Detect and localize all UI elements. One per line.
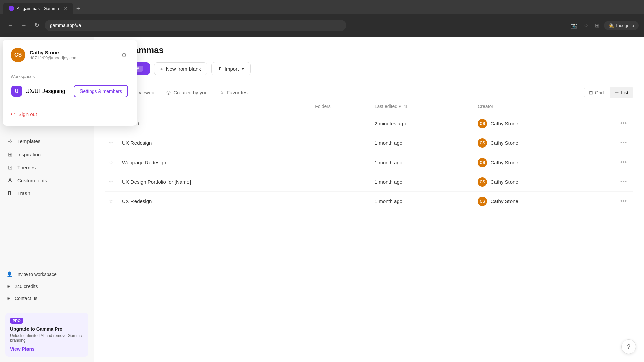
col-title-header[interactable]: Title ↕ <box>118 99 311 114</box>
star-cell: ☆ <box>105 133 118 153</box>
import-chevron-icon: ▾ <box>241 66 244 72</box>
refresh-button[interactable]: ↻ <box>32 20 41 31</box>
grid-icon: ⊞ <box>589 90 593 95</box>
table-row[interactable]: ☆ Webpage Redesign 1 month ago CS Cathy … <box>105 153 633 172</box>
tab-close-button[interactable]: ✕ <box>64 6 68 11</box>
col-last-edited-header[interactable]: Last edited ▾ ⇅ <box>371 99 474 114</box>
new-blank-label: New from blank <box>166 66 201 72</box>
gammas-table: Title ↕ Folders Last edited ▾ ⇅ <box>105 99 633 211</box>
address-bar[interactable] <box>45 20 346 31</box>
star-cell: ☆ <box>105 153 118 172</box>
new-tab-button[interactable]: + <box>74 4 83 14</box>
creator-cell: CS Cathy Stone ••• <box>474 192 633 211</box>
sidebar-item-trash[interactable]: 🗑 Trash <box>3 187 91 199</box>
dropdown-workspace-name: UX/UI Designing <box>25 88 65 94</box>
sidebar-extras: 👤 Invite to workspace ⊞ 240 credits ⊞ Co… <box>0 265 94 307</box>
title-cell: UX Redesign <box>118 133 311 153</box>
dropdown-divider-1 <box>8 69 131 69</box>
title-cell: Untitled <box>118 114 311 133</box>
table-row[interactable]: ☆ UX Redesign 1 month ago CS Cathy Stone… <box>105 133 633 153</box>
forward-button[interactable]: → <box>19 20 29 31</box>
dropdown-divider-2 <box>8 104 131 104</box>
sidebar-item-inspiration[interactable]: ⊞ Inspiration <box>3 148 91 161</box>
themes-icon: ⊡ <box>7 164 13 171</box>
creator-cell: CS Cathy Stone ••• <box>474 114 633 133</box>
sidebar-item-templates[interactable]: ⊹ Templates <box>3 135 91 148</box>
star-button[interactable]: ☆ <box>109 198 113 204</box>
creator-name: Cathy Stone <box>490 179 518 185</box>
incognito-icon: 🕵 <box>609 23 614 28</box>
favorites-icon: ☆ <box>220 89 224 95</box>
last-edited-cell: 1 month ago <box>371 172 474 192</box>
tab-title: All gammas - Gamma <box>17 6 59 11</box>
tab-created-by-you[interactable]: ◎ Created by you <box>161 86 213 99</box>
list-label: List <box>621 90 628 95</box>
active-tab[interactable]: All gammas - Gamma ✕ <box>3 3 73 14</box>
more-options-button[interactable]: ••• <box>618 138 629 148</box>
table-row[interactable]: ☆ Untitled 2 minutes ago CS Cathy Stone … <box>105 114 633 133</box>
trash-icon: 🗑 <box>7 190 13 196</box>
upgrade-box: PRO Upgrade to Gamma Pro Unlock unlimite… <box>5 313 88 357</box>
last-edited-cell: 2 minutes ago <box>371 114 474 133</box>
dropdown-user-section: CS Cathy Stone d871fe09@moodjoy.com ⚙ <box>8 45 131 65</box>
creator-avatar: CS <box>478 197 487 206</box>
folders-cell <box>311 133 370 153</box>
contact-us-button[interactable]: ⊞ Contact us <box>3 292 91 304</box>
folders-cell <box>311 172 370 192</box>
sign-out-button[interactable]: ↩ Sign out <box>8 108 131 120</box>
camera-off-icon[interactable]: 📷 <box>568 20 579 31</box>
favorites-label: Favorites <box>227 89 248 95</box>
row-title: UX Design Portfolio for [Name] <box>122 179 191 185</box>
view-plans-link[interactable]: View Plans <box>10 346 35 352</box>
title-cell: Webpage Redesign <box>118 153 311 172</box>
new-from-blank-button[interactable]: + New from blank <box>154 62 207 75</box>
browser-tabs: All gammas - Gamma ✕ + <box>0 0 644 14</box>
import-label: Import <box>225 66 239 72</box>
creator-cell: CS Cathy Stone ••• <box>474 133 633 153</box>
view-toggle: ⊞ Grid ☰ List <box>584 87 633 98</box>
back-button[interactable]: ← <box>5 20 15 31</box>
dropdown-workspace-icon: U <box>11 86 22 97</box>
filter-tabs: ⏱ Recently viewed ◎ Created by you ☆ Fav… <box>94 81 644 99</box>
folders-cell <box>311 153 370 172</box>
templates-icon: ⊹ <box>7 138 13 144</box>
settings-members-button[interactable]: Settings & members <box>74 85 128 97</box>
user-info: Cathy Stone d871fe09@moodjoy.com <box>30 50 115 60</box>
grid-view-button[interactable]: ⊞ Grid <box>584 87 608 98</box>
import-button[interactable]: ⬆ Import ▾ <box>211 62 251 75</box>
creator-cell: CS Cathy Stone ••• <box>474 153 633 172</box>
table-row[interactable]: ☆ UX Design Portfolio for [Name] 1 month… <box>105 172 633 192</box>
plus-icon: + <box>160 66 163 72</box>
user-settings-button[interactable]: ⚙ <box>119 49 129 61</box>
last-edited-cell: 1 month ago <box>371 192 474 211</box>
star-button[interactable]: ☆ <box>109 179 113 185</box>
dropdown-workspace-item[interactable]: U UX/UI Designing Settings & members <box>8 82 131 101</box>
sidebar-item-themes[interactable]: ⊡ Themes <box>3 161 91 174</box>
toolbar: ✦ e new AI + New from blank ⬆ Import ▾ <box>105 62 633 75</box>
star-button[interactable]: ☆ <box>109 140 113 146</box>
sign-out-label: Sign out <box>18 111 37 117</box>
star-button[interactable]: ☆ <box>109 159 113 166</box>
invite-workspace-button[interactable]: 👤 Invite to workspace <box>3 268 91 280</box>
more-options-button[interactable]: ••• <box>618 196 629 206</box>
main-content: ⊞ All gammas ✦ e new AI + New from blank… <box>94 37 644 362</box>
credits-icon: ⊞ <box>7 284 11 289</box>
more-options-button[interactable]: ••• <box>618 119 629 128</box>
credits-item[interactable]: ⊞ 240 credits <box>3 280 91 292</box>
row-title: Webpage Redesign <box>122 160 166 165</box>
credits-label: 240 credits <box>15 284 38 289</box>
created-by-you-icon: ◎ <box>166 89 171 95</box>
bookmark-button[interactable]: ☆ <box>582 20 590 31</box>
list-view-button[interactable]: ☰ List <box>610 87 633 98</box>
tab-favorites[interactable]: ☆ Favorites <box>214 86 253 99</box>
sidebar-item-custom-fonts[interactable]: A Custom fonts <box>3 174 91 187</box>
more-options-button[interactable]: ••• <box>618 177 629 187</box>
help-button[interactable]: ? <box>621 339 636 354</box>
table-header: Title ↕ Folders Last edited ▾ ⇅ <box>105 99 633 114</box>
table-row[interactable]: ☆ UX Redesign 1 month ago CS Cathy Stone… <box>105 192 633 211</box>
creator-avatar: CS <box>478 119 487 128</box>
incognito-button[interactable]: 🕵 Incognito <box>604 21 639 30</box>
upgrade-title: Upgrade to Gamma Pro <box>10 326 84 332</box>
more-options-button[interactable]: ••• <box>618 158 629 167</box>
split-view-button[interactable]: ⊞ <box>593 20 601 31</box>
